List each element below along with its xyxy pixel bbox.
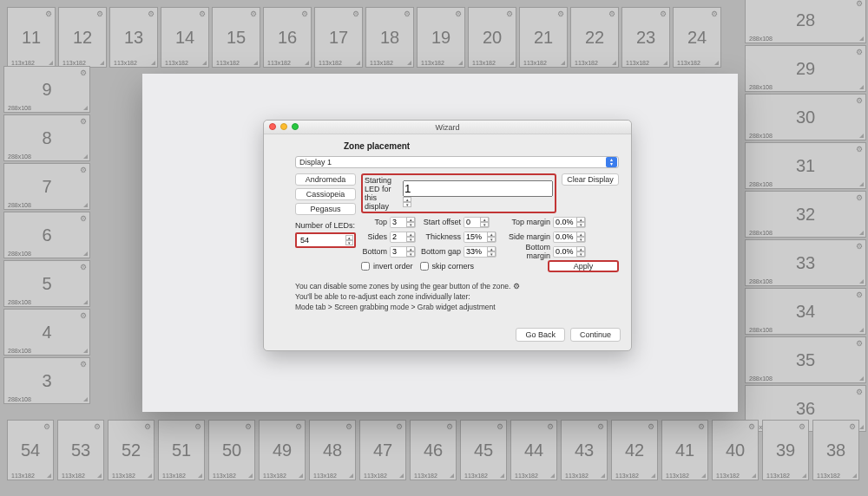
gear-icon[interactable]: ⚙: [856, 339, 863, 348]
starting-led-stepper[interactable]: ▴▾: [403, 180, 553, 207]
zone-18[interactable]: ⚙18113x182: [365, 7, 414, 68]
resize-handle-icon[interactable]: [550, 473, 555, 478]
zone-53[interactable]: ⚙53113x182: [57, 420, 104, 480]
num-leds-input[interactable]: [298, 236, 345, 245]
resize-handle-icon[interactable]: [151, 61, 155, 65]
preset-pegasus-button[interactable]: Pegasus: [295, 203, 356, 215]
bottom-margin-stepper[interactable]: ▴▾: [553, 246, 586, 258]
gear-icon[interactable]: ⚙: [396, 422, 403, 431]
side-margin-stepper[interactable]: ▴▾: [553, 232, 586, 243]
zone-43[interactable]: ⚙43113x182: [561, 420, 608, 480]
gear-icon[interactable]: ⚙: [660, 10, 667, 18]
resize-handle-icon[interactable]: [458, 61, 463, 65]
gear-icon[interactable]: ⚙: [194, 422, 201, 431]
gear-icon[interactable]: ⚙: [80, 214, 87, 223]
gear-icon[interactable]: ⚙: [799, 422, 806, 431]
resize-handle-icon[interactable]: [349, 473, 353, 478]
gear-icon[interactable]: ⚙: [547, 422, 554, 431]
gear-icon[interactable]: ⚙: [295, 422, 302, 431]
gear-icon[interactable]: ⚙: [557, 10, 564, 18]
resize-handle-icon[interactable]: [356, 61, 360, 65]
zone-30[interactable]: ⚙30288x108: [745, 94, 866, 140]
zone-51[interactable]: ⚙51113x182: [158, 420, 205, 480]
gear-icon[interactable]: ⚙: [506, 10, 513, 18]
sides-stepper[interactable]: ▴▾: [390, 232, 416, 243]
resize-handle-icon[interactable]: [510, 61, 514, 65]
zone-5[interactable]: ⚙5288x108: [3, 260, 90, 307]
gear-icon[interactable]: ⚙: [345, 422, 352, 431]
zone-9[interactable]: ⚙9288x108: [3, 66, 90, 113]
zone-6[interactable]: ⚙6288x108: [3, 212, 90, 258]
resize-handle-icon[interactable]: [852, 473, 857, 478]
zone-7[interactable]: ⚙7288x108: [3, 163, 90, 210]
stepper-buttons-icon[interactable]: ▴▾: [345, 235, 353, 245]
skip-corners-checkbox[interactable]: [420, 262, 429, 271]
resize-handle-icon[interactable]: [97, 473, 102, 478]
zone-39[interactable]: ⚙39113x182: [762, 420, 809, 480]
gear-icon[interactable]: ⚙: [43, 422, 50, 431]
resize-handle-icon[interactable]: [859, 231, 864, 235]
zone-42[interactable]: ⚙42113x182: [611, 420, 658, 480]
gear-icon[interactable]: ⚙: [856, 193, 863, 202]
resize-handle-icon[interactable]: [561, 61, 565, 65]
zone-19[interactable]: ⚙19113x182: [417, 7, 465, 68]
resize-handle-icon[interactable]: [612, 61, 616, 65]
gear-icon[interactable]: ⚙: [748, 422, 755, 431]
gear-icon[interactable]: ⚙: [80, 360, 87, 369]
resize-handle-icon[interactable]: [148, 473, 152, 478]
resize-handle-icon[interactable]: [83, 300, 88, 304]
dialog-titlebar[interactable]: Wizard: [264, 121, 631, 134]
zone-29[interactable]: ⚙29288x108: [745, 45, 866, 92]
zone-23[interactable]: ⚙23113x182: [621, 7, 670, 68]
zone-15[interactable]: ⚙15113x182: [212, 7, 260, 68]
gear-icon[interactable]: ⚙: [250, 10, 257, 18]
gear-icon[interactable]: ⚙: [856, 96, 863, 105]
gear-icon[interactable]: ⚙: [80, 166, 87, 174]
gear-icon[interactable]: ⚙: [80, 117, 87, 126]
zone-4[interactable]: ⚙4288x108: [3, 309, 90, 356]
minimize-icon[interactable]: [280, 123, 287, 130]
resize-handle-icon[interactable]: [49, 61, 53, 65]
preset-andromeda-button[interactable]: Andromeda: [295, 173, 356, 186]
top-margin-stepper[interactable]: ▴▾: [553, 217, 586, 228]
gear-icon[interactable]: ⚙: [856, 0, 863, 8]
thickness-stepper[interactable]: ▴▾: [464, 232, 496, 243]
gear-icon[interactable]: ⚙: [45, 10, 52, 18]
resize-handle-icon[interactable]: [83, 154, 88, 159]
gear-icon[interactable]: ⚙: [711, 10, 718, 18]
gear-icon[interactable]: ⚙: [648, 422, 654, 431]
zone-32[interactable]: ⚙32288x108: [745, 191, 866, 238]
gear-icon[interactable]: ⚙: [96, 10, 103, 18]
zone-47[interactable]: ⚙47113x182: [359, 420, 406, 480]
zone-50[interactable]: ⚙50113x182: [208, 420, 255, 480]
gear-icon[interactable]: ⚙: [245, 422, 252, 431]
resize-handle-icon[interactable]: [859, 279, 864, 284]
zone-20[interactable]: ⚙20113x182: [468, 7, 516, 68]
gear-icon[interactable]: ⚙: [301, 10, 308, 18]
gear-icon[interactable]: ⚙: [856, 145, 863, 153]
zone-46[interactable]: ⚙46113x182: [410, 420, 457, 480]
zone-16[interactable]: ⚙16113x182: [263, 7, 312, 68]
zone-33[interactable]: ⚙33288x108: [745, 239, 866, 286]
gear-icon[interactable]: ⚙: [199, 10, 206, 18]
resize-handle-icon[interactable]: [407, 61, 411, 65]
resize-handle-icon[interactable]: [83, 251, 88, 256]
resize-handle-icon[interactable]: [601, 473, 605, 478]
gear-icon[interactable]: ⚙: [148, 10, 155, 18]
gear-icon[interactable]: ⚙: [496, 422, 503, 431]
resize-handle-icon[interactable]: [859, 182, 864, 186]
zone-13[interactable]: ⚙13113x182: [109, 7, 158, 68]
zone-24[interactable]: ⚙24113x182: [673, 7, 721, 68]
zone-31[interactable]: ⚙31288x108: [745, 142, 866, 189]
resize-handle-icon[interactable]: [100, 61, 104, 65]
gear-icon[interactable]: ⚙: [80, 69, 87, 77]
preset-cassiopeia-button[interactable]: Cassiopeia: [295, 188, 356, 200]
gear-icon[interactable]: ⚙: [849, 422, 856, 431]
resize-handle-icon[interactable]: [859, 376, 864, 381]
zone-28[interactable]: ⚙28288x108: [745, 0, 866, 43]
zone-22[interactable]: ⚙22113x182: [570, 7, 619, 68]
resize-handle-icon[interactable]: [198, 473, 202, 478]
resize-handle-icon[interactable]: [248, 473, 253, 478]
bottom-gap-stepper[interactable]: ▴▾: [464, 246, 496, 258]
resize-handle-icon[interactable]: [83, 106, 88, 110]
